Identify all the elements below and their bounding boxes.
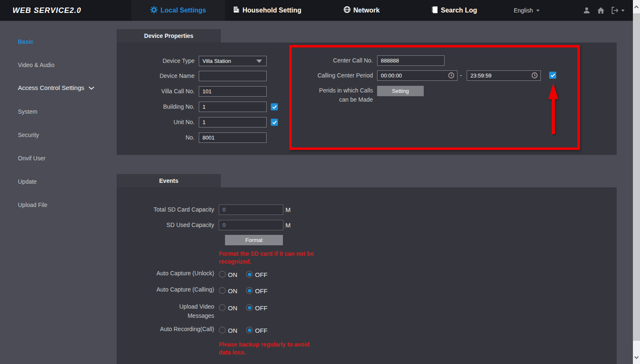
auto-recording-call-off-radio[interactable] <box>246 327 253 334</box>
unit-no-label: Unit No. <box>125 117 195 127</box>
chevron-down-icon <box>88 84 95 92</box>
total-sd-label: Total SD Card Capacity <box>117 204 214 215</box>
user-icon[interactable] <box>582 6 591 15</box>
device-type-select[interactable]: Villa Station <box>199 56 267 66</box>
tab-household-setting[interactable]: Household Setting <box>232 0 301 21</box>
auto-capture-calling-off-radio[interactable] <box>246 287 253 294</box>
period-from-input[interactable] <box>377 70 458 81</box>
sidebar-item-label: System <box>18 107 38 116</box>
auto-capture-unlock-label: Auto Capture (Unlock) <box>117 269 214 278</box>
top-navigation-bar: WEB SERVICE2.0 Local Settings <box>0 0 640 21</box>
sidebar-item-onvif-user[interactable]: Onvif User <box>18 154 45 162</box>
globe-icon <box>343 6 351 15</box>
tab-network[interactable]: Network <box>343 0 380 21</box>
building-no-input[interactable] <box>199 102 267 112</box>
clock-icon <box>448 72 455 80</box>
sidebar-item-access-control-settings[interactable]: Access Control Settings <box>18 84 95 92</box>
unit-no-checkbox[interactable] <box>271 119 278 126</box>
total-sd-input <box>219 204 283 215</box>
chevron-down-icon <box>536 10 540 12</box>
backup-warning: Please backup regularly to avoid data lo… <box>219 341 323 357</box>
sidebar-item-label: Update <box>18 177 37 186</box>
sidebar-item-label: Basic <box>18 37 33 46</box>
scroll-down-button[interactable] <box>633 351 640 364</box>
sidebar-item-update[interactable]: Update <box>18 177 37 186</box>
tab-search-log[interactable]: Search Log <box>431 0 477 21</box>
scroll-up-button[interactable] <box>633 0 640 13</box>
radio-off-label: OFF <box>255 271 268 279</box>
sidebar-item-basic[interactable]: Basic <box>18 37 33 46</box>
device-type-label: Device Type <box>125 56 195 66</box>
sidebar-item-label: Access Control Settings <box>18 84 84 92</box>
log-icon <box>431 6 438 15</box>
radio-off-label: OFF <box>255 327 268 334</box>
used-sd-input <box>219 220 283 230</box>
center-call-no-input[interactable] <box>377 55 445 66</box>
tab-label: Search Log <box>441 7 477 14</box>
logout-icon[interactable] <box>611 7 625 14</box>
auto-capture-unlock-off-radio[interactable] <box>246 271 253 278</box>
radio-off-label: OFF <box>255 304 268 312</box>
villa-call-no-label: Villa Call No. <box>125 86 195 97</box>
sd-format-warning: Format the SD card if it can not be reco… <box>219 250 325 266</box>
sidebar-item-security[interactable]: Security <box>18 131 39 139</box>
period-from-field[interactable] <box>377 70 458 81</box>
auto-capture-unlock-on-radio[interactable] <box>219 271 226 278</box>
period-to-input[interactable] <box>467 70 541 81</box>
building-no-checkbox[interactable] <box>271 103 278 110</box>
building-no-label: Building No. <box>125 102 195 112</box>
device-properties-tab: Device Properties <box>117 29 221 42</box>
setting-button[interactable]: Setting <box>377 86 424 96</box>
call-periods-label-line2: can be Made <box>294 95 373 104</box>
scrollbar-thumb[interactable] <box>633 13 640 341</box>
section-title: Device Properties <box>144 32 193 39</box>
upload-video-messages-label: Upload Video Messages <box>164 302 214 320</box>
calling-center-period-label: Calling Center Period <box>294 70 373 81</box>
period-enable-checkbox[interactable] <box>549 72 556 79</box>
upload-video-messages-off-radio[interactable] <box>246 304 253 311</box>
sidebar-item-label: Video & Audio <box>18 61 55 69</box>
sidebar-item-label: Onvif User <box>18 154 45 162</box>
radio-on-label: ON <box>228 327 238 334</box>
auto-capture-calling-label: Auto Capture (Calling) <box>117 285 214 294</box>
villa-call-no-input[interactable] <box>199 86 267 97</box>
upload-video-messages-on-radio[interactable] <box>219 304 226 311</box>
call-periods-label-line1: Perids in which Calls <box>294 86 373 95</box>
auto-recording-call-label: Auto Recording(Call) <box>117 324 214 334</box>
format-button[interactable]: Format <box>225 235 283 245</box>
vertical-scrollbar[interactable] <box>633 0 640 364</box>
annotation-arrow-shaft <box>552 98 555 134</box>
language-selector[interactable]: English <box>514 0 540 21</box>
device-name-input[interactable] <box>199 71 267 81</box>
radio-on-label: ON <box>228 304 238 312</box>
radio-on-label: ON <box>228 287 238 295</box>
period-separator: - <box>458 70 463 81</box>
building-icon <box>232 6 240 15</box>
language-label: English <box>514 7 533 14</box>
device-name-label: Device Name <box>125 71 195 81</box>
chevron-down-icon <box>256 60 262 63</box>
gear-icon <box>150 6 158 15</box>
nav-action-icons <box>582 0 625 21</box>
no-input[interactable] <box>199 132 267 143</box>
app-logo: WEB SERVICE2.0 <box>12 0 81 21</box>
auto-capture-calling-on-radio[interactable] <box>219 287 226 294</box>
auto-recording-call-on-radio[interactable] <box>219 327 226 334</box>
radio-on-label: ON <box>228 271 238 279</box>
annotation-highlight-box: Center Call No. Calling Center Period - … <box>289 45 580 150</box>
sidebar-item-video-audio[interactable]: Video & Audio <box>18 61 55 69</box>
total-sd-unit: M <box>285 204 291 215</box>
chevron-down-icon <box>621 10 625 12</box>
events-tab: Events <box>117 174 221 187</box>
events-panel: Total SD Card Capacity M SD Used Capacit… <box>117 187 617 364</box>
home-icon[interactable] <box>597 6 605 15</box>
unit-no-input[interactable] <box>199 117 267 127</box>
no-label: No. <box>125 132 195 143</box>
sidebar-item-system[interactable]: System <box>18 107 38 116</box>
tab-label: Network <box>353 7 380 14</box>
sidebar-item-upload-file[interactable]: Upload File <box>18 201 48 209</box>
clock-icon <box>531 72 538 80</box>
period-to-field[interactable] <box>467 70 541 81</box>
tab-local-settings[interactable]: Local Settings <box>131 0 225 21</box>
center-call-no-label: Center Call No. <box>294 55 373 66</box>
